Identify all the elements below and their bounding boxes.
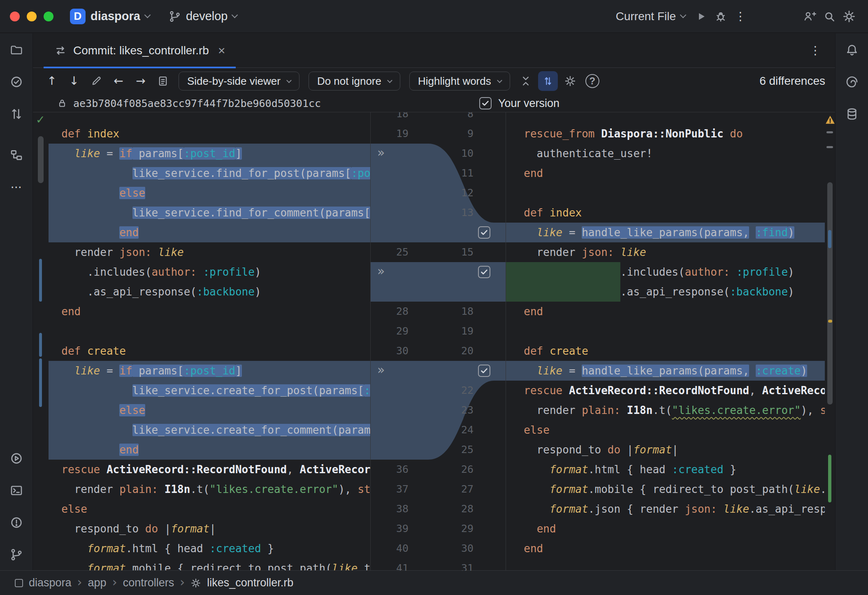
run-configuration-label: Current File	[616, 10, 676, 23]
code-line-left: else	[49, 499, 370, 519]
breadcrumb-app[interactable]: app	[88, 576, 107, 589]
expand-folded-lines-icon[interactable]: »	[377, 361, 385, 381]
tab-commit-likes-controller[interactable]: Commit: likes_controller.rb ×	[44, 33, 236, 68]
code-line-left: .as_api_response(:backbone)	[49, 282, 370, 302]
problems-tool-window-button[interactable]	[7, 513, 26, 532]
line-number	[371, 144, 408, 163]
your-version-checkbox[interactable]	[479, 97, 492, 109]
code-line-right: format.json { render json: like.as_api_r…	[506, 499, 825, 519]
window-controls	[0, 12, 64, 21]
chevron-down-icon	[680, 12, 687, 19]
forward-button[interactable]: →	[131, 71, 151, 91]
lock-icon	[57, 98, 67, 109]
project-icon: D	[70, 9, 86, 24]
include-change-checkbox[interactable]	[478, 266, 490, 278]
code-line-right: .as_api_response(:backbone)	[506, 282, 825, 302]
change-marker[interactable]	[39, 259, 42, 302]
compare-clipboard-button[interactable]	[153, 71, 173, 91]
right-editor-scroll-stripe	[825, 112, 835, 571]
close-tab-icon[interactable]: ×	[218, 44, 225, 58]
viewer-mode-dropdown[interactable]: Side-by-side viewer	[179, 72, 299, 91]
code-with-me-button[interactable]	[800, 7, 819, 26]
expand-folded-lines-icon[interactable]: »	[377, 144, 385, 163]
insertion-marker[interactable]	[828, 455, 831, 502]
code-line-right: end	[506, 539, 825, 558]
code-line-right: end	[506, 519, 825, 539]
run-configuration-selector[interactable]: Current File	[610, 7, 691, 26]
branch-widget[interactable]: develop	[163, 6, 243, 26]
whitespace-policy-dropdown[interactable]: Do not ignore	[309, 72, 400, 91]
base-revision-header: ae3b7804f085ae83cc97f44f7b2be960d50301cc	[57, 94, 321, 112]
line-number	[371, 262, 408, 282]
line-number: 40	[371, 539, 408, 558]
change-marker[interactable]	[39, 358, 42, 407]
line-number: 27	[436, 479, 473, 499]
ellipsis-icon: ⋯	[11, 181, 22, 193]
right-scrollbar-thumb[interactable]	[827, 182, 833, 404]
debug-button[interactable]	[711, 7, 731, 26]
commit-tool-window-button[interactable]	[7, 72, 26, 92]
include-change-checkbox[interactable]	[478, 365, 490, 377]
right-line-numbers: 89101112131518192022232425262728293031	[436, 112, 473, 571]
include-change-checkbox[interactable]	[478, 226, 490, 239]
fullscreen-window-button[interactable]	[44, 12, 53, 21]
more-tool-windows-button[interactable]: ⋯	[7, 177, 26, 197]
diff-editor-left[interactable]: def index like = if params[:post_id] lik…	[49, 112, 370, 571]
whitespace-policy-value: Do not ignore	[317, 75, 381, 88]
inspection-marker[interactable]	[826, 146, 833, 148]
code-line-left: format.mobile { redirect_to post_path(li…	[49, 558, 370, 571]
line-number	[371, 381, 408, 400]
tab-options-button[interactable]: ⋮	[805, 41, 825, 60]
change-marker[interactable]	[39, 333, 42, 357]
collapse-unchanged-button[interactable]	[516, 71, 536, 91]
pull-requests-tool-window-button[interactable]	[7, 104, 26, 124]
next-difference-button[interactable]: ↓	[64, 71, 84, 91]
settings-button[interactable]	[839, 7, 859, 26]
structure-tool-window-button[interactable]	[7, 145, 26, 165]
diff-settings-button[interactable]	[560, 71, 580, 91]
run-button[interactable]	[691, 7, 711, 26]
gear-icon	[564, 75, 576, 87]
breadcrumb-controllers[interactable]: controllers	[123, 576, 174, 589]
line-number	[436, 282, 473, 302]
line-number: 22	[436, 381, 473, 400]
ide-window: D diaspora develop Current File	[0, 0, 868, 595]
git-branch-icon	[10, 548, 23, 561]
more-actions-button[interactable]: ⋮	[731, 7, 750, 26]
line-number: 29	[436, 519, 473, 539]
ai-assistant-button[interactable]	[842, 72, 862, 92]
notifications-button[interactable]	[842, 40, 862, 60]
differences-count: 6 differences	[759, 74, 825, 88]
left-scrollbar-thumb[interactable]	[38, 136, 44, 183]
terminal-tool-window-button[interactable]	[7, 481, 26, 500]
editor-tab-bar: Commit: likes_controller.rb × ⋮	[33, 33, 835, 68]
expand-folded-lines-icon[interactable]: »	[377, 262, 385, 282]
breadcrumb-project[interactable]: diaspora	[29, 576, 72, 589]
minimize-window-button[interactable]	[27, 12, 37, 21]
synchronize-scrolling-button[interactable]	[538, 71, 558, 91]
project-tool-window-button[interactable]	[7, 40, 26, 60]
line-number: 19	[436, 321, 473, 341]
line-number: 18	[436, 302, 473, 321]
code-line-right: rescue ActiveRecord::RecordNotFound, Act…	[506, 381, 825, 400]
change-marker[interactable]	[828, 230, 831, 248]
highlight-mode-dropdown[interactable]: Highlight words	[409, 72, 510, 91]
edit-source-button[interactable]	[86, 71, 106, 91]
warning-marker[interactable]	[828, 320, 832, 323]
close-window-button[interactable]	[10, 12, 20, 21]
previous-difference-button[interactable]: ↑	[42, 71, 62, 91]
version-control-tool-window-button[interactable]	[7, 545, 26, 565]
help-button[interactable]: ?	[583, 71, 602, 91]
inspection-marker[interactable]	[826, 131, 833, 133]
search-everywhere-button[interactable]	[819, 7, 839, 26]
warning-triangle-icon[interactable]	[825, 115, 836, 125]
back-button[interactable]: ←	[109, 71, 128, 91]
breadcrumb-file[interactable]: likes_controller.rb	[207, 576, 293, 589]
project-widget[interactable]: D diaspora	[64, 5, 155, 28]
database-tool-window-button[interactable]	[842, 104, 862, 124]
code-line-right: end	[506, 163, 825, 183]
diff-editor-right[interactable]: rescue_from Diaspora::NonPublic do authe…	[506, 112, 825, 571]
line-number: 30	[436, 539, 473, 558]
code-line-left: end	[49, 440, 370, 460]
services-tool-window-button[interactable]	[7, 449, 26, 468]
